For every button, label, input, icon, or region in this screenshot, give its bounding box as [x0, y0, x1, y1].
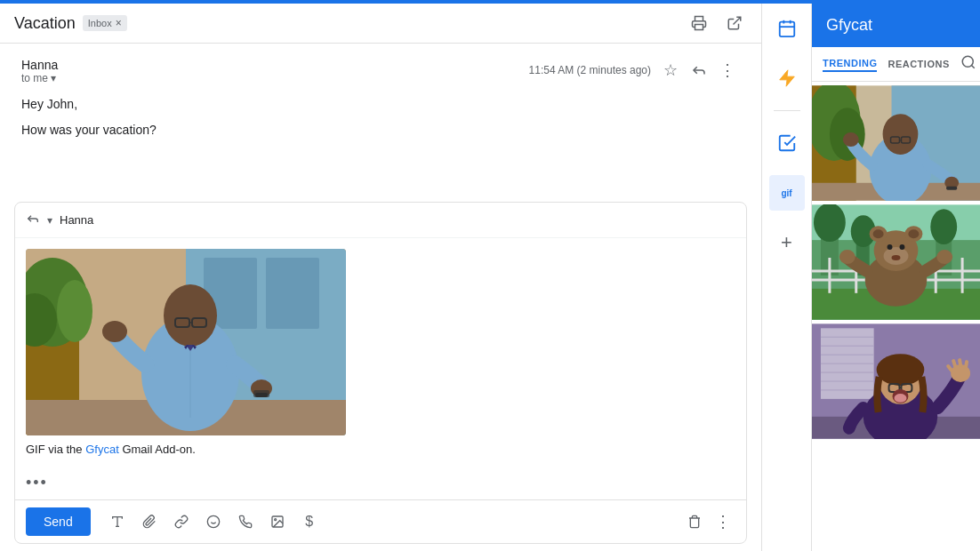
sender-to: to me ▾ — [21, 72, 529, 84]
svg-point-79 — [892, 255, 901, 260]
message-time-area: 11:54 AM (2 minutes ago) ☆ ⋮ — [529, 58, 740, 83]
gfycat-title: Gfycat — [812, 4, 980, 47]
svg-point-77 — [888, 244, 893, 250]
dollar-button[interactable]: $ — [297, 509, 322, 534]
reply-header: ▾ Hanna — [15, 203, 746, 238]
typing-indicator: ••• — [15, 467, 746, 499]
gfycat-sidebar: Gfycat TRENDING REACTIONS — [811, 4, 980, 551]
main-container: Vacation Inbox × — [0, 4, 980, 551]
svg-rect-52 — [946, 187, 957, 190]
reply-toolbar: Send — [15, 499, 746, 543]
check-tasks-icon-button[interactable] — [769, 125, 805, 161]
body-line1: Hey John, — [21, 95, 740, 114]
svg-rect-23 — [253, 390, 269, 397]
link-button[interactable] — [169, 509, 194, 534]
gif-thumbnail-1[interactable] — [812, 85, 980, 201]
photo-button[interactable] — [265, 509, 290, 534]
gif-image — [26, 249, 346, 435]
side-divider — [774, 110, 800, 111]
svg-point-46 — [883, 114, 919, 155]
svg-point-81 — [936, 250, 952, 264]
open-external-button[interactable] — [722, 11, 747, 36]
svg-point-99 — [895, 394, 907, 403]
svg-rect-6 — [266, 258, 319, 329]
svg-point-58 — [814, 204, 846, 242]
svg-line-101 — [953, 361, 955, 366]
reply-dropdown-icon[interactable]: ▾ — [47, 214, 52, 227]
gfycat-link[interactable]: Gfycat — [85, 443, 119, 456]
email-message: Hanna to me ▾ 11:54 AM (2 minutes ago) ☆ — [0, 44, 761, 195]
gif-thumbnail-3[interactable] — [812, 323, 980, 439]
svg-point-75 — [908, 229, 919, 238]
inbox-tag: Inbox × — [83, 15, 127, 31]
toolbar-icons: $ — [105, 509, 322, 534]
svg-point-10 — [57, 280, 92, 342]
reply-area: ▾ Hanna — [14, 202, 747, 544]
calendar-icon-button[interactable] — [769, 11, 805, 46]
time-icons: ☆ ⋮ — [658, 58, 740, 83]
star-button[interactable]: ☆ — [658, 58, 683, 83]
svg-rect-0 — [695, 25, 703, 30]
svg-point-78 — [899, 244, 904, 250]
message-meta: Hanna to me ▾ 11:54 AM (2 minutes ago) ☆ — [21, 58, 740, 84]
svg-line-102 — [960, 360, 960, 365]
message-timestamp: 11:54 AM (2 minutes ago) — [529, 64, 651, 76]
body-line2: How was your vacation? — [21, 121, 740, 140]
print-button[interactable] — [687, 11, 711, 36]
svg-point-94 — [877, 354, 925, 386]
svg-line-103 — [966, 362, 967, 367]
lightning-icon-button[interactable] — [769, 60, 805, 96]
reply-to-label: Hanna — [60, 213, 93, 227]
svg-rect-32 — [779, 22, 794, 36]
svg-point-50 — [843, 132, 859, 147]
tab-trending[interactable]: TRENDING — [823, 56, 877, 72]
tab-reactions[interactable]: REACTIONS — [888, 57, 949, 71]
email-header: Vacation Inbox × — [0, 4, 761, 44]
svg-point-31 — [274, 519, 276, 521]
sidebar-search-icon[interactable] — [960, 54, 976, 74]
side-icon-strip: gif + — [761, 4, 811, 551]
sender-name: Hanna — [21, 58, 529, 72]
drive-button[interactable] — [233, 509, 258, 534]
toolbar-right: ⋮ — [682, 509, 735, 534]
svg-point-37 — [962, 56, 973, 67]
attach-button[interactable] — [137, 509, 162, 534]
inbox-tag-label: Inbox — [88, 18, 112, 28]
svg-point-20 — [102, 321, 127, 342]
reply-body-area[interactable]: GIF via the Gfycat Gmail Add-on. — [15, 238, 746, 467]
svg-point-80 — [839, 250, 855, 264]
plus-icon-button[interactable]: + — [769, 225, 805, 260]
gif-thumbnail-2[interactable] — [812, 204, 980, 320]
svg-point-74 — [873, 229, 884, 238]
send-button[interactable]: Send — [26, 507, 91, 536]
svg-marker-36 — [779, 70, 794, 86]
more-options-button[interactable]: ⋮ — [715, 58, 740, 83]
svg-point-60 — [930, 209, 957, 244]
sidebar-gifs-list — [812, 82, 980, 551]
emoji-button[interactable] — [201, 509, 226, 534]
sender-info: Hanna to me ▾ — [21, 58, 529, 84]
svg-point-13 — [164, 284, 217, 347]
svg-line-1 — [734, 17, 741, 24]
email-subject: Vacation — [14, 14, 76, 33]
sidebar-tabs: TRENDING REACTIONS — [812, 47, 980, 82]
inbox-tag-close[interactable]: × — [116, 17, 122, 29]
gif-label: gif — [781, 188, 791, 198]
format-text-button[interactable] — [105, 509, 130, 534]
delete-button[interactable] — [682, 509, 707, 534]
gif-icon-button[interactable]: gif — [769, 175, 805, 211]
reply-button[interactable] — [687, 58, 711, 83]
toolbar-more-button[interactable]: ⋮ — [711, 509, 735, 534]
header-icons — [687, 11, 747, 36]
to-dropdown-icon[interactable]: ▾ — [51, 72, 56, 84]
svg-point-27 — [207, 515, 219, 527]
email-area: Vacation Inbox × — [0, 4, 761, 551]
reply-arrow-icon — [26, 212, 40, 228]
svg-line-38 — [971, 65, 974, 68]
message-body: Hey John, How was your vacation? — [21, 95, 740, 140]
gif-content: GIF via the Gfycat Gmail Add-on. — [26, 249, 735, 456]
gif-caption: GIF via the Gfycat Gmail Add-on. — [26, 443, 735, 456]
